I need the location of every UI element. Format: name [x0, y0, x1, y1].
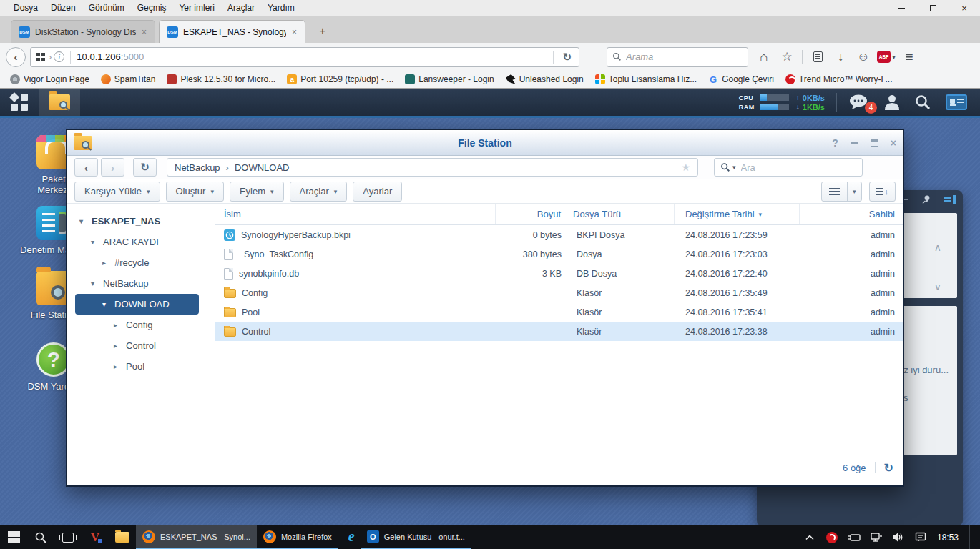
- window-maximize-icon[interactable]: [917, 0, 949, 16]
- bookmark-trendmicro[interactable]: Trend Micro™ Worry-F...: [781, 73, 897, 86]
- bookmark-port[interactable]: a Port 10259 (tcp/udp) - ...: [283, 73, 398, 86]
- site-identity-grid-icon[interactable]: [36, 53, 45, 61]
- tab-close-icon[interactable]: ×: [291, 27, 298, 37]
- view-mode-button[interactable]: ▾: [821, 182, 862, 202]
- tree-expand-icon[interactable]: ▾: [91, 280, 98, 287]
- site-info-icon[interactable]: i: [54, 51, 64, 62]
- taskbar-tile-ie[interactable]: e: [343, 525, 361, 549]
- taskbar-search-button[interactable]: [27, 525, 54, 549]
- home-icon[interactable]: ⌂: [754, 47, 774, 67]
- action-button[interactable]: Eylem ▾: [230, 182, 284, 202]
- file-explorer-button[interactable]: [109, 525, 136, 549]
- taskbar-tile-firefox[interactable]: Mozilla Firefox: [257, 525, 338, 549]
- bookmark-plesk[interactable]: Plesk 12.5.30 for Micro...: [162, 73, 280, 86]
- tray-expand-button[interactable]: [801, 528, 818, 547]
- window-maximize-icon[interactable]: [871, 139, 878, 147]
- tree-item-arac-kaydi[interactable]: ▾ ARAC KAYDI: [67, 232, 215, 252]
- pinned-app-v-button[interactable]: V: [82, 525, 109, 549]
- tree-expand-icon[interactable]: ▸: [114, 342, 121, 350]
- tree-item-pool[interactable]: ▸ Pool: [67, 356, 215, 377]
- nav-back-button[interactable]: ‹: [74, 158, 98, 177]
- bookmark-lansweeper[interactable]: Lansweeper - Login: [401, 73, 498, 86]
- nav-forward-button[interactable]: ›: [101, 158, 124, 177]
- back-button[interactable]: ‹: [6, 47, 26, 67]
- tab-diskstation[interactable]: DSM DiskStation - Synology Dis... ×: [11, 20, 155, 43]
- dsm-search-button[interactable]: [914, 94, 931, 111]
- window-close-icon[interactable]: ×: [891, 137, 896, 149]
- column-header-size[interactable]: Boyut: [496, 204, 567, 224]
- tree-item-config[interactable]: ▸ Config: [67, 315, 215, 335]
- menu-yerimleri[interactable]: Yer imleri: [172, 1, 221, 15]
- task-view-button[interactable]: [54, 525, 82, 549]
- list-view-icon[interactable]: [822, 182, 847, 201]
- refresh-icon[interactable]: ↻: [884, 461, 893, 475]
- tab-close-icon[interactable]: ×: [141, 27, 147, 37]
- browser-search-box[interactable]: [607, 47, 748, 67]
- file-row[interactable]: _Syno_TaskConfig 380 bytes Dosya 24.08.2…: [215, 244, 903, 264]
- file-search-input[interactable]: [741, 162, 856, 173]
- breadcrumb-current[interactable]: DOWNLOAD: [235, 162, 290, 173]
- tree-expand-icon[interactable]: ▸: [114, 321, 121, 329]
- window-minimize-icon[interactable]: [851, 142, 858, 144]
- file-row[interactable]: SynologyHyperBackup.bkpi 0 bytes BKPI Do…: [215, 225, 903, 244]
- breadcrumb[interactable]: NetBackup › DOWNLOAD ★: [167, 158, 698, 177]
- bookmarks-menu-icon[interactable]: [808, 47, 828, 67]
- sort-button[interactable]: ↓: [869, 182, 896, 202]
- bookmark-spamtitan[interactable]: SpamTitan: [97, 73, 160, 86]
- file-row[interactable]: synobkpinfo.db 3 KB DB Dosya 24.08.2016 …: [215, 264, 903, 283]
- column-header-owner[interactable]: Sahibi: [800, 204, 903, 224]
- menu-gecmis[interactable]: Geçmiş: [131, 1, 173, 15]
- user-options-button[interactable]: [884, 94, 900, 111]
- tools-button[interactable]: Araçlar ▾: [290, 182, 348, 202]
- bookmark-vigor[interactable]: Vigor Login Page: [6, 73, 94, 86]
- window-titlebar[interactable]: File Station ? ×: [67, 130, 903, 156]
- network-tray-button[interactable]: [868, 528, 885, 547]
- tree-expand-icon[interactable]: ▾: [102, 300, 109, 308]
- window-minimize-icon[interactable]: [886, 0, 917, 16]
- url-bar[interactable]: › i 10.0.1.206 :5000 ↻: [30, 47, 579, 67]
- menu-araclar[interactable]: Araçlar: [221, 1, 261, 15]
- adblock-plus-icon[interactable]: ABP ▾: [876, 47, 896, 67]
- main-menu-button[interactable]: [0, 89, 39, 116]
- feedback-smiley-icon[interactable]: ☺: [853, 47, 873, 67]
- search-input[interactable]: [626, 51, 719, 62]
- pilot-view-button[interactable]: [946, 94, 967, 110]
- volume-tray-button[interactable]: [890, 528, 907, 547]
- menu-duzen[interactable]: Düzen: [44, 1, 82, 15]
- create-button[interactable]: Oluştur ▾: [166, 182, 224, 202]
- bookmark-toplu[interactable]: Toplu Lisanslama Hiz...: [591, 73, 701, 86]
- clock[interactable]: 18:53: [934, 533, 964, 543]
- tree-item-recycle[interactable]: ▸ #recycle: [67, 252, 215, 273]
- menu-gorunum[interactable]: Görünüm: [82, 1, 131, 15]
- window-help-icon[interactable]: ?: [832, 137, 838, 149]
- chevron-up-icon[interactable]: ∧: [934, 242, 941, 253]
- menu-yardim[interactable]: Yardım: [261, 1, 301, 15]
- search-options-caret-icon[interactable]: ▾: [732, 164, 736, 171]
- file-row-highlighted[interactable]: Control Klasör 24.08.2016 17:23:38 admin: [215, 322, 903, 341]
- file-row[interactable]: Pool Klasör 24.08.2016 17:35:41 admin: [215, 302, 903, 322]
- column-header-date[interactable]: Değiştirme Tarihi ▾: [675, 204, 800, 224]
- tree-expand-icon[interactable]: ▸: [114, 362, 121, 370]
- tree-item-eskapet-nas[interactable]: ▾ ESKAPET_NAS: [67, 211, 215, 232]
- tree-item-netbackup[interactable]: ▾ NetBackup: [67, 273, 215, 294]
- power-tray-button[interactable]: [846, 528, 863, 547]
- window-close-icon[interactable]: ×: [949, 0, 980, 16]
- start-button[interactable]: [0, 525, 27, 549]
- nav-refresh-button[interactable]: ↻: [133, 158, 157, 177]
- taskbar-tile-outlook[interactable]: O Gelen Kutusu - onur.t...: [361, 525, 471, 549]
- chevron-down-icon[interactable]: ∨: [934, 281, 941, 292]
- breadcrumb-root[interactable]: NetBackup: [175, 162, 220, 173]
- favorite-star-icon[interactable]: ★: [681, 162, 690, 173]
- view-caret-icon[interactable]: ▾: [847, 182, 861, 201]
- file-search-box[interactable]: ▾: [714, 158, 863, 177]
- column-header-type[interactable]: Dosya Türü: [567, 204, 675, 224]
- bookmark-google-ceviri[interactable]: G Google Çeviri: [704, 73, 778, 86]
- show-desktop-button[interactable]: [969, 525, 973, 549]
- reload-icon[interactable]: ↻: [559, 51, 574, 64]
- downloads-icon[interactable]: ↓: [830, 47, 851, 67]
- pin-icon[interactable]: [921, 194, 931, 204]
- notifications-button[interactable]: 4: [848, 94, 870, 111]
- widget-dock-icon[interactable]: [944, 195, 956, 204]
- upload-button[interactable]: Karşıya Yükle ▾: [74, 182, 160, 202]
- settings-button[interactable]: Ayarlar: [353, 182, 402, 202]
